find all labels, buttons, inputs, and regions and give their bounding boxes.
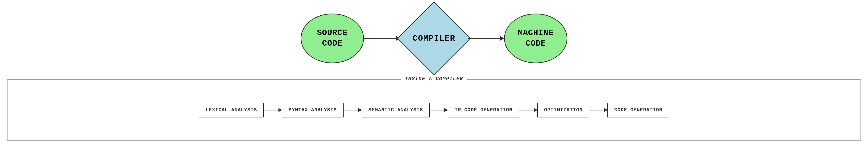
pipeline-arrow-1: [264, 110, 282, 110]
top-section: SOURCECODE COMPILER MACHINECODE: [0, 0, 868, 77]
pipeline-box-optimization: OPTIMIZATION: [537, 103, 589, 117]
diagram-container: SOURCECODE COMPILER MACHINECODE INSIDE A…: [0, 0, 868, 145]
arrow-line-2: [468, 38, 504, 39]
pipeline-arrow-3: [430, 110, 448, 110]
pipeline-arrow-5: [589, 110, 608, 110]
pipeline: LEXICAL ANALYSIS SYNTAX ANALYSIS SEMANTI…: [7, 80, 861, 140]
pipeline-box-codegen: CODE GENERATION: [608, 103, 669, 117]
machine-code-label: MACHINECODE: [518, 28, 554, 49]
compiler-node-container: COMPILER: [400, 11, 468, 66]
compiler-label: COMPILER: [413, 34, 456, 43]
pipeline-arrow-2: [344, 110, 362, 110]
pipeline-box-syntax: SYNTAX ANALYSIS: [282, 103, 344, 117]
arrow-line-1: [364, 38, 400, 39]
machine-code-node: MACHINECODE: [504, 13, 567, 63]
inside-compiler-section: INSIDE A COMPILER LEXICAL ANALYSIS SYNTA…: [7, 79, 861, 141]
inside-compiler-title: INSIDE A COMPILER: [401, 76, 467, 82]
pipeline-box-semantic: SEMANTIC ANALYSIS: [362, 103, 430, 117]
pipeline-arrow-4: [519, 110, 537, 110]
source-code-label: SOURCECODE: [317, 28, 348, 49]
source-code-node: SOURCECODE: [301, 13, 364, 63]
pipeline-box-lexical: LEXICAL ANALYSIS: [199, 103, 264, 117]
arrow-2: [468, 38, 504, 39]
arrow-1: [364, 38, 400, 39]
pipeline-box-ir: IR CODE GENERATION: [448, 103, 519, 117]
